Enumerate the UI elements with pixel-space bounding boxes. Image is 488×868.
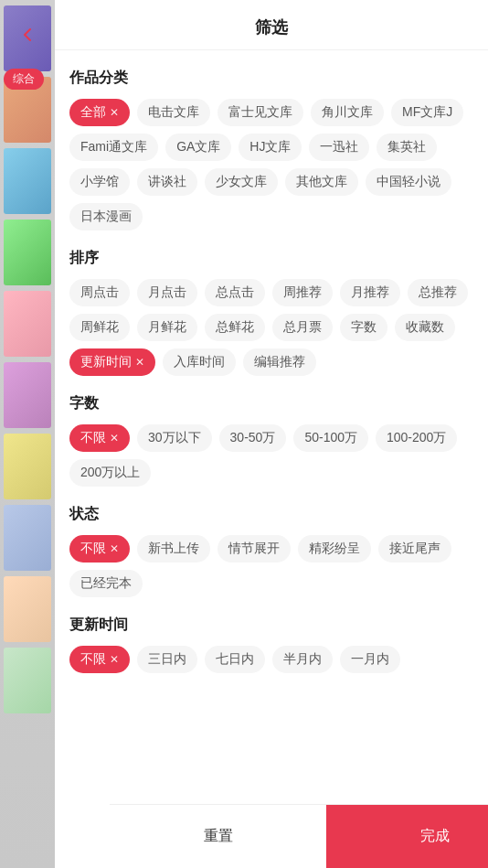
tag-yizhun[interactable]: 一迅社 [309,134,369,161]
tag-editor-rec[interactable]: 编辑推荐 [243,348,316,376]
tag-entry-time[interactable]: 入库时间 [163,348,236,376]
tag-collections[interactable]: 收藏数 [395,314,455,341]
tag-weekly-fresh[interactable]: 周鲜花 [69,314,130,341]
status-tags: 不限 ✕ 新书上传 情节展开 精彩纷呈 接近尾声 已经完本 [69,535,473,597]
tag-1month[interactable]: 一月内 [340,646,400,673]
close-icon: ✕ [110,653,119,666]
category-tags: 全部 ✕ 电击文库 富士见文库 角川文库 MF文库J Fami通文库 GA文库 … [69,99,473,230]
reset-button[interactable]: 重置 [110,805,326,868]
tag-mfj[interactable]: MF文库J [391,99,463,126]
sort-title: 排序 [69,249,473,268]
tag-7days[interactable]: 七日内 [205,646,265,673]
left-sidebar [0,0,55,868]
footer: 重置 完成 [110,804,488,868]
tag-monthly-fresh[interactable]: 月鲜花 [137,314,197,341]
tag-weekly-click[interactable]: 周点击 [69,279,130,306]
tag-qita[interactable]: 其他文库 [285,168,358,196]
bg-book-5 [4,291,51,357]
tag-3days[interactable]: 三日内 [137,646,197,673]
filter-content: 作品分类 全部 ✕ 电击文库 富士见文库 角川文库 MF文库J Fami通文库 … [55,50,488,868]
tag-jishe[interactable]: 集英社 [377,134,437,161]
category-title: 作品分类 [69,69,473,88]
tag-wc-100to200[interactable]: 100-200万 [376,424,457,452]
tag-all[interactable]: 全部 ✕ [69,99,130,126]
tag-near-end[interactable]: 接近尾声 [378,535,451,563]
sort-tags: 周点击 月点击 总点击 周推荐 月推荐 总推荐 周鲜花 月鲜花 总鲜花 总月票 … [69,279,473,376]
confirm-button[interactable]: 完成 [326,805,488,868]
tag-hj[interactable]: HJ文库 [239,134,302,161]
wordcount-title: 字数 [69,394,473,413]
tag-total-click[interactable]: 总点击 [205,279,265,306]
update-time-section: 更新时间 不限 ✕ 三日内 七日内 半月内 一月内 [69,616,473,673]
status-title: 状态 [69,505,473,524]
tag-ga[interactable]: GA文库 [165,134,231,161]
bg-book-8 [4,505,51,571]
bg-book-4 [4,220,51,285]
tag-completed[interactable]: 已经完本 [69,570,143,597]
tag-total-monthly-ticket[interactable]: 总月票 [272,314,333,341]
tag-manhua[interactable]: 日本漫画 [69,203,143,230]
filter-panel: 筛选 作品分类 全部 ✕ 电击文库 富士见文库 角川文库 MF文库J Fami通… [55,0,488,868]
close-icon: ✕ [110,432,119,445]
update-time-title: 更新时间 [69,616,473,635]
tag-jiangtan[interactable]: 讲谈社 [137,168,197,196]
tag-update-time[interactable]: 更新时间 ✕ [69,348,155,376]
bg-book-10 [4,648,51,713]
bg-book-7 [4,434,51,499]
tag-status-unlimited[interactable]: 不限 ✕ [69,535,130,563]
tag-wonderful[interactable]: 精彩纷呈 [298,535,371,563]
close-icon: ✕ [135,356,144,369]
wordcount-tags: 不限 ✕ 30万以下 30-50万 50-100万 100-200万 200万以… [69,424,473,487]
close-icon: ✕ [110,106,119,119]
tag-wc-under30[interactable]: 30万以下 [137,424,212,452]
tag-monthly-click[interactable]: 月点击 [137,279,197,306]
bg-book-9 [4,576,51,642]
tag-total-fresh[interactable]: 总鲜花 [205,314,265,341]
tag-word-count[interactable]: 字数 [340,314,387,341]
status-section: 状态 不限 ✕ 新书上传 情节展开 精彩纷呈 接近尾声 已经完本 [69,505,473,597]
综合-tab[interactable]: 综合 [4,69,44,90]
tag-wc-unlimited[interactable]: 不限 ✕ [69,424,130,452]
close-icon: ✕ [110,542,119,555]
tag-kadokawa[interactable]: 角川文库 [311,99,384,126]
update-time-tags: 不限 ✕ 三日内 七日内 半月内 一月内 [69,646,473,673]
tag-weekly-rec[interactable]: 周推荐 [272,279,333,306]
tag-wc-over200[interactable]: 200万以上 [69,459,151,487]
tag-dianji[interactable]: 电击文库 [137,99,210,126]
bg-book-6 [4,362,51,428]
tag-zhongguo[interactable]: 中国轻小说 [366,168,451,196]
tag-fami[interactable]: Fami通文库 [69,134,158,161]
panel-title: 筛选 [255,18,288,37]
tag-fujimi[interactable]: 富士见文库 [217,99,303,126]
wordcount-section: 字数 不限 ✕ 30万以下 30-50万 50-100万 100-200万 20… [69,394,473,487]
category-section: 作品分类 全部 ✕ 电击文库 富士见文库 角川文库 MF文库J Fami通文库 … [69,69,473,230]
tag-ut-unlimited[interactable]: 不限 ✕ [69,646,130,673]
bg-book-3 [4,148,51,214]
tag-wc-50to100[interactable]: 50-100万 [293,424,368,452]
tag-monthly-rec[interactable]: 月推荐 [340,279,400,306]
panel-header: 筛选 [55,0,488,50]
tag-total-rec[interactable]: 总推荐 [408,279,468,306]
tag-new-upload[interactable]: 新书上传 [137,535,210,563]
sort-section: 排序 周点击 月点击 总点击 周推荐 月推荐 总推荐 周鲜花 月鲜花 总鲜花 总… [69,249,473,376]
tag-halfmonth[interactable]: 半月内 [272,646,333,673]
tag-wc-30to50[interactable]: 30-50万 [219,424,287,452]
back-button[interactable] [11,18,44,51]
tag-xiaoxue[interactable]: 小学馆 [69,168,130,196]
tag-plot-expand[interactable]: 情节展开 [217,535,291,563]
tag-shaonv[interactable]: 少女文库 [205,168,278,196]
